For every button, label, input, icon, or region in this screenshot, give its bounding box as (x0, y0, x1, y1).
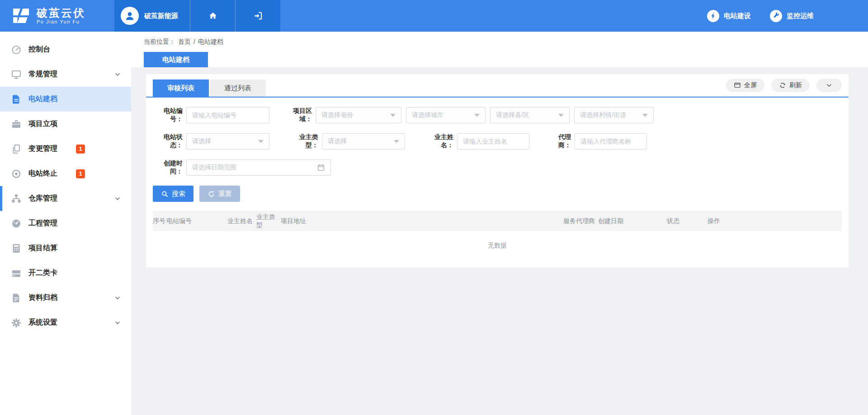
pojian-logo-icon (11, 8, 31, 24)
nav-monitor-ops[interactable]: 监控运维 (770, 10, 814, 22)
date-range-picker[interactable]: 请选择日期范围 (186, 159, 331, 176)
city-placeholder: 请选择城市 (412, 111, 443, 119)
sidebar-item-label: 控制台 (28, 45, 50, 54)
sidebar-item-label: 电站终止 (28, 169, 57, 178)
owner-type-placeholder: 请选择 (328, 137, 347, 145)
caret-down-icon (474, 114, 480, 117)
date-range-placeholder: 请选择日期范围 (192, 163, 236, 172)
fullscreen-icon (734, 82, 741, 89)
sidebar-item-label: 资料归档 (28, 293, 57, 303)
topbar-dark-section: 破茧新能源 (114, 0, 280, 32)
sidebar-item-station-filing[interactable]: 电站建档 (0, 87, 131, 112)
home-button[interactable] (190, 0, 235, 32)
village-placeholder: 请选择村镇/街道 (580, 111, 626, 119)
sidebar-item-warehouse-mgmt[interactable]: 仓库管理 (0, 186, 131, 211)
wrench-icon (770, 10, 782, 22)
sidebar-item-data-archive[interactable]: 资料归档 (0, 285, 131, 310)
collapse-button[interactable] (816, 79, 842, 92)
city-select[interactable]: 请选择城市 (406, 107, 486, 123)
search-button[interactable]: 搜索 (153, 186, 193, 202)
sidebar-item-general-mgmt[interactable]: 常规管理 (0, 62, 131, 87)
sidebar-item-label: 项目结算 (28, 243, 57, 253)
sidebar-item-station-termination[interactable]: 电站终止 1 (0, 161, 131, 186)
results-table: 序号 电站编号 业主姓名 业主类型 项目地址 服务代理商 创建日期 状态 操作 … (153, 211, 842, 260)
sidebar-item-label: 电站建档 (28, 94, 57, 104)
page-tab-station-filing[interactable]: 电站建档 (144, 52, 208, 67)
logout-button[interactable] (235, 0, 280, 32)
company-name: 破茧新能源 (144, 12, 178, 20)
nav-label: 监控运维 (787, 12, 814, 20)
tab-passed-list[interactable]: 通过列表 (210, 79, 266, 97)
nav-station-build[interactable]: 电站建设 (707, 10, 751, 22)
breadcrumb-current: 电站建档 (198, 38, 223, 46)
caret-down-icon (258, 140, 264, 143)
home-icon (208, 11, 218, 21)
province-select[interactable]: 请选择省份 (316, 107, 401, 123)
sitemap-icon (11, 193, 22, 204)
brand-title: 破茧云伏 (37, 7, 85, 19)
col-index: 序号 (153, 217, 166, 225)
briefcase-icon (11, 119, 22, 130)
district-select[interactable]: 请选择县/区 (490, 107, 570, 123)
caret-down-icon (642, 114, 648, 117)
brand-logo: 破茧云伏 Po Jian Yun Fu (0, 0, 114, 32)
tab-review-list[interactable]: 审核列表 (153, 79, 209, 97)
sidebar-item-change-mgmt[interactable]: 变更管理 1 (0, 136, 131, 161)
col-project-address: 项目地址 (281, 217, 563, 225)
sidebar-item-label: 项目立项 (28, 119, 57, 129)
owner-name-input[interactable] (457, 133, 529, 149)
col-create-date: 创建日期 (598, 217, 667, 225)
breadcrumb: 当前位置： 首页 / 电站建档 (131, 32, 868, 46)
sidebar-item-console[interactable]: 控制台 (0, 37, 131, 62)
sidebar-item-project-initiation[interactable]: 项目立项 (0, 112, 131, 136)
station-status-label: 电站状态： (153, 133, 186, 149)
sidebar-item-system-settings[interactable]: 系统设置 (0, 310, 131, 335)
chevron-down-icon (114, 195, 121, 202)
district-placeholder: 请选择县/区 (496, 111, 529, 119)
list-tabbar: 审核列表 通过列表 全屏 刷新 (146, 74, 849, 98)
monitor-icon (11, 69, 22, 80)
col-owner-name: 业主姓名 (227, 217, 256, 225)
breadcrumb-home-link[interactable]: 首页 (178, 38, 191, 46)
archive-document-icon (11, 293, 22, 303)
province-placeholder: 请选择省份 (321, 111, 353, 119)
gauge-icon (11, 218, 22, 229)
owner-name-label: 业主姓名： (428, 133, 457, 149)
sidebar-item-label: 开二类卡 (28, 268, 57, 278)
filter-form: 电站编号： 项目区域： 请选择省份 请选择城市 请选择县/区 请选择村镇/街道 (146, 98, 849, 176)
station-no-input[interactable] (186, 107, 269, 123)
agent-input[interactable] (575, 133, 647, 149)
chevron-down-icon (114, 71, 121, 78)
sidebar-item-engineering-mgmt[interactable]: 工程管理 (0, 211, 131, 236)
sign-in-icon (253, 11, 263, 21)
reset-button[interactable]: 重置 (199, 186, 240, 202)
sidebar-item-type2-card[interactable]: 开二类卡 (0, 261, 131, 285)
col-station-no: 电站编号 (166, 217, 227, 225)
chevron-down-icon (114, 319, 121, 326)
table-empty-state: 无数据 (153, 231, 842, 260)
search-icon (161, 190, 169, 198)
station-status-select[interactable]: 请选择 (186, 133, 269, 149)
village-select[interactable]: 请选择村镇/街道 (574, 107, 654, 123)
id-card-icon (11, 268, 22, 279)
reset-icon (208, 190, 215, 198)
breadcrumb-prefix: 当前位置： (144, 38, 175, 46)
chevron-down-icon (114, 294, 121, 302)
breadcrumb-bar: 当前位置： 首页 / 电站建档 电站建档 (131, 32, 868, 67)
dashboard-icon (11, 44, 22, 55)
sidebar-item-label: 系统设置 (28, 318, 57, 327)
tab-actions: 全屏 刷新 (726, 79, 842, 92)
user-menu[interactable]: 破茧新能源 (114, 0, 190, 32)
station-no-label: 电站编号： (153, 107, 186, 123)
col-status: 状态 (667, 217, 708, 225)
refresh-icon (779, 82, 786, 89)
sidebar-item-project-settlement[interactable]: 项目结算 (0, 236, 131, 261)
fullscreen-button[interactable]: 全屏 (726, 79, 764, 92)
lightning-icon (707, 10, 719, 22)
refresh-button[interactable]: 刷新 (771, 79, 810, 92)
caret-down-icon (390, 114, 396, 117)
sidebar-item-label: 变更管理 (28, 144, 57, 154)
sidebar-item-label: 仓库管理 (28, 194, 57, 203)
user-avatar-icon (121, 7, 139, 25)
owner-type-select[interactable]: 请选择 (322, 133, 405, 149)
